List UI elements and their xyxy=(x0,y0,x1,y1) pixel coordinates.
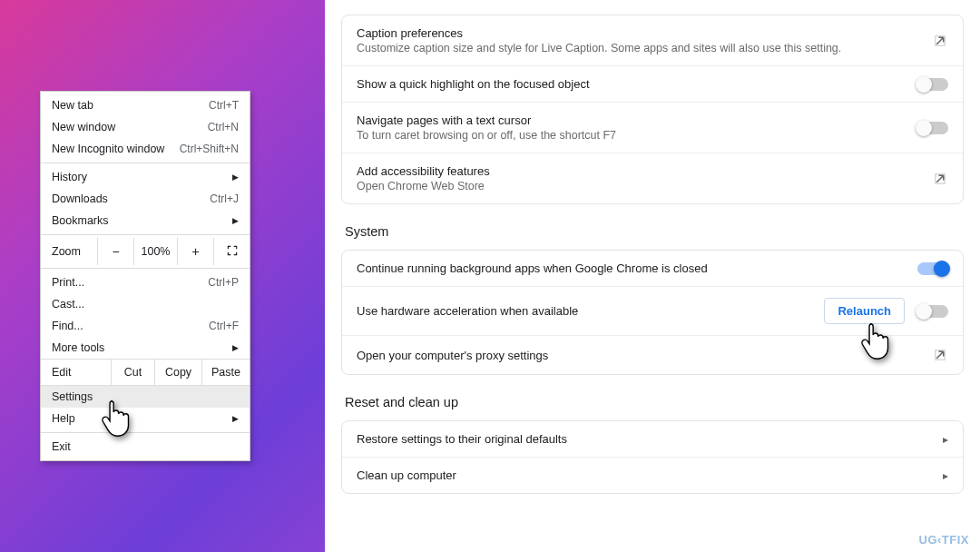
restore-defaults-row[interactable]: Restore settings to their original defau… xyxy=(342,421,963,457)
cleanup-computer-title: Clean up computer xyxy=(357,468,934,482)
background-apps-row[interactable]: Continue running background apps when Go… xyxy=(342,251,963,286)
chevron-right-icon: ▸ xyxy=(943,469,948,482)
menu-label: Downloads xyxy=(52,192,210,205)
menu-exit[interactable]: Exit xyxy=(41,436,250,458)
zoom-in-button[interactable]: + xyxy=(177,238,213,265)
submenu-arrow-icon: ▶ xyxy=(232,414,239,423)
accessibility-card: Caption preferences Customize caption si… xyxy=(341,15,964,204)
menu-label: Bookmarks xyxy=(52,214,232,227)
quick-highlight-row[interactable]: Show a quick highlight on the focused ob… xyxy=(342,65,963,102)
submenu-arrow-icon: ▶ xyxy=(232,216,239,225)
external-link-icon xyxy=(932,171,948,187)
restore-defaults-title: Restore settings to their original defau… xyxy=(357,432,934,446)
menu-copy[interactable]: Copy xyxy=(155,360,202,385)
caption-preferences-sub: Customize caption size and style for Liv… xyxy=(357,42,923,54)
hardware-accel-title: Use hardware acceleration when available xyxy=(357,304,815,318)
chevron-right-icon: ▸ xyxy=(943,433,948,446)
menu-label: New Incognito window xyxy=(52,143,180,155)
menu-shortcut: Ctrl+Shift+N xyxy=(180,143,239,155)
menu-shortcut: Ctrl+T xyxy=(209,99,239,112)
reset-card: Restore settings to their original defau… xyxy=(341,420,964,494)
external-link-icon xyxy=(932,347,948,363)
menu-label: Print... xyxy=(52,276,208,289)
menu-shortcut: Ctrl+P xyxy=(208,276,239,289)
proxy-settings-row[interactable]: Open your computer's proxy settings xyxy=(342,335,963,374)
proxy-settings-title: Open your computer's proxy settings xyxy=(357,349,923,362)
menu-bookmarks[interactable]: Bookmarks ▶ xyxy=(41,210,250,232)
menu-paste[interactable]: Paste xyxy=(202,360,250,385)
menu-label: Settings xyxy=(52,390,239,403)
menu-more-tools[interactable]: More tools ▶ xyxy=(41,337,250,359)
submenu-arrow-icon: ▶ xyxy=(232,343,239,352)
menu-label: Zoom xyxy=(52,245,97,258)
submenu-arrow-icon: ▶ xyxy=(232,172,239,182)
menu-cast[interactable]: Cast... xyxy=(41,293,250,315)
external-link-icon xyxy=(932,33,948,49)
caption-preferences-title: Caption preferences xyxy=(357,26,923,40)
menu-find[interactable]: Find... Ctrl+F xyxy=(41,315,250,337)
menu-label: New tab xyxy=(52,99,209,112)
menu-separator xyxy=(41,432,250,433)
menu-edit-label: Edit xyxy=(41,360,112,385)
quick-highlight-toggle[interactable] xyxy=(917,78,948,91)
watermark: UG‹TFIX xyxy=(919,533,970,547)
caret-browsing-sub: To turn caret browsing on or off, use th… xyxy=(357,129,905,142)
menu-label: More tools xyxy=(52,341,232,354)
menu-cut[interactable]: Cut xyxy=(112,360,155,385)
menu-label: Exit xyxy=(52,440,239,453)
settings-panel: Caption preferences Customize caption si… xyxy=(325,0,980,552)
menu-label: Cast... xyxy=(52,298,239,310)
menu-separator xyxy=(41,268,250,269)
menu-shortcut: Ctrl+N xyxy=(208,121,239,133)
menu-label: Help xyxy=(52,412,232,425)
add-accessibility-row[interactable]: Add accessibility features Open Chrome W… xyxy=(342,153,963,203)
menu-label: History xyxy=(52,171,232,183)
menu-shortcut: Ctrl+J xyxy=(210,192,239,205)
menu-downloads[interactable]: Downloads Ctrl+J xyxy=(41,188,250,210)
background-apps-title: Continue running background apps when Go… xyxy=(357,261,905,275)
add-accessibility-title: Add accessibility features xyxy=(357,164,923,178)
add-accessibility-sub: Open Chrome Web Store xyxy=(357,180,923,192)
system-section-title: System xyxy=(345,224,964,239)
menu-new-incognito[interactable]: New Incognito window Ctrl+Shift+N xyxy=(41,138,250,160)
caret-browsing-title: Navigate pages with a text cursor xyxy=(357,113,905,127)
menu-label: Find... xyxy=(52,320,209,332)
caption-preferences-row[interactable]: Caption preferences Customize caption si… xyxy=(342,15,963,65)
menu-separator xyxy=(41,163,250,163)
menu-new-tab[interactable]: New tab Ctrl+T xyxy=(41,94,250,116)
system-card: Continue running background apps when Go… xyxy=(341,250,964,375)
menu-shortcut: Ctrl+F xyxy=(209,320,239,332)
menu-print[interactable]: Print... Ctrl+P xyxy=(41,271,250,293)
zoom-value: 100% xyxy=(133,238,177,265)
background-apps-toggle[interactable] xyxy=(917,262,948,275)
reset-section-title: Reset and clean up xyxy=(345,395,964,409)
menu-settings[interactable]: Settings xyxy=(41,386,250,408)
quick-highlight-title: Show a quick highlight on the focused ob… xyxy=(357,77,905,91)
fullscreen-icon xyxy=(226,244,239,260)
menu-new-window[interactable]: New window Ctrl+N xyxy=(41,116,250,138)
zoom-out-button[interactable]: − xyxy=(97,238,133,265)
fullscreen-button[interactable] xyxy=(213,238,250,265)
menu-help[interactable]: Help ▶ xyxy=(41,408,250,429)
hardware-accel-toggle[interactable] xyxy=(917,305,948,318)
menu-zoom: Zoom − 100% + xyxy=(41,238,250,265)
menu-label: New window xyxy=(52,121,208,133)
menu-separator xyxy=(41,234,250,235)
menu-history[interactable]: History ▶ xyxy=(41,166,250,188)
hardware-accel-row[interactable]: Use hardware acceleration when available… xyxy=(342,286,963,335)
cleanup-computer-row[interactable]: Clean up computer ▸ xyxy=(342,457,963,493)
caret-browsing-toggle[interactable] xyxy=(917,122,948,134)
relaunch-button[interactable]: Relaunch xyxy=(824,298,905,324)
caret-browsing-row[interactable]: Navigate pages with a text cursor To tur… xyxy=(342,102,963,153)
chrome-context-menu[interactable]: New tab Ctrl+T New window Ctrl+N New Inc… xyxy=(40,91,250,461)
menu-edit-row: Edit Cut Copy Paste xyxy=(41,359,250,386)
